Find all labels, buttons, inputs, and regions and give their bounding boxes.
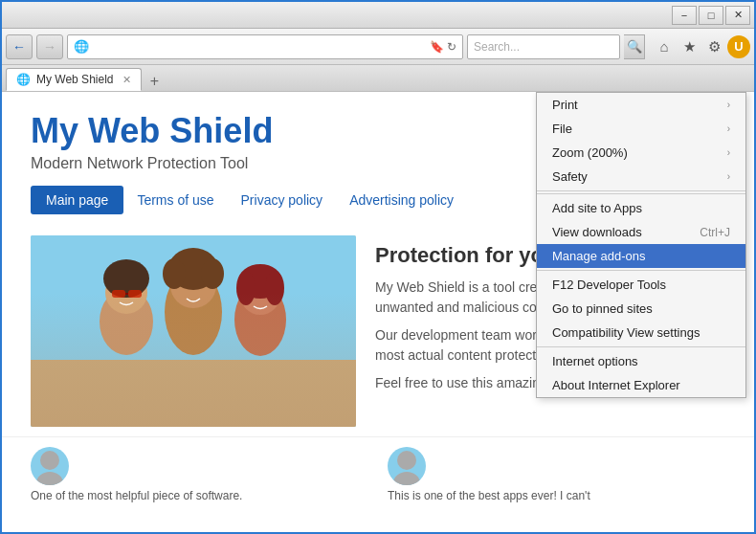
menu-item-go-to-pinned-sites[interactable]: Go to pinned sites: [537, 297, 745, 321]
menu-item-label: Add site to Apps: [552, 201, 642, 215]
browser-window: − □ ✕ ← → 🌐 🔖 ↻ Search... 🔍 ⌂ ★ ⚙ U: [0, 0, 756, 534]
menu-item-add-site-to-apps[interactable]: Add site to Apps: [537, 196, 745, 220]
menu-item-label: File: [552, 122, 572, 136]
forward-button[interactable]: →: [36, 34, 63, 59]
menu-divider-before-inoptions: [537, 346, 745, 347]
menu-item-arrow: ›: [727, 100, 730, 110]
menu-item-label: F12 Developer Tools: [552, 278, 666, 292]
menu-item-label: Internet options: [552, 354, 638, 368]
page-icon: 🌐: [74, 39, 89, 54]
menu-item-print[interactable]: Print›: [537, 93, 745, 117]
main-page-button[interactable]: Main page: [31, 186, 123, 214]
content-area: 🛡 My Web Shield Modern Network Protectio…: [2, 92, 754, 532]
menu-item-label: Print: [552, 98, 578, 112]
svg-rect-5: [112, 290, 125, 298]
search-button[interactable]: 🔍: [624, 34, 645, 59]
minimize-button[interactable]: −: [672, 6, 697, 25]
bookmark-icon[interactable]: 🔖: [430, 40, 444, 54]
menu-item-arrow: ›: [727, 123, 730, 134]
svg-point-17: [265, 271, 284, 305]
menu-item-arrow: ›: [727, 147, 730, 158]
close-button[interactable]: ✕: [725, 6, 750, 25]
search-input[interactable]: Search...: [467, 34, 620, 59]
new-tab-button[interactable]: +: [144, 72, 165, 91]
menu-item-manage-add-ons[interactable]: Manage add-ons: [537, 244, 745, 268]
refresh-icon[interactable]: ↻: [447, 40, 456, 54]
settings-icon[interactable]: ⚙: [702, 35, 725, 58]
menu-item-compatibility-view-settings[interactable]: Compatibility View settings: [537, 321, 745, 345]
menu-item-label: Compatibility View settings: [552, 325, 700, 340]
menu-item-arrow: ›: [727, 171, 730, 182]
svg-point-21: [393, 472, 420, 485]
menu-item-label: View downloads: [552, 225, 642, 239]
menu-item-zoom-(200%)[interactable]: Zoom (200%)›: [537, 141, 745, 165]
svg-rect-1: [31, 360, 356, 427]
menu-item-label: Manage add-ons: [552, 249, 646, 263]
svg-point-12: [201, 258, 224, 289]
menu-divider-7: [537, 270, 745, 271]
menu-item-about-internet-explorer[interactable]: About Internet Explorer: [537, 373, 745, 397]
menu-item-label: Zoom (200%): [552, 145, 628, 160]
site-hero-image: [31, 235, 356, 427]
svg-rect-6: [128, 290, 142, 298]
user-avatar[interactable]: U: [727, 35, 750, 58]
menu-item-shortcut: Ctrl+J: [700, 226, 730, 239]
menu-item-safety[interactable]: Safety›: [537, 165, 745, 189]
testimonial-text-2: This is one of the best apps ever! I can…: [388, 489, 725, 502]
tab-label: My Web Shield: [36, 73, 113, 86]
svg-point-11: [163, 258, 186, 289]
menu-item-internet-options[interactable]: Internet options: [537, 349, 745, 373]
menu-divider-4: [537, 193, 745, 194]
menu-item-f12-developer-tools[interactable]: F12 Developer Tools: [537, 273, 745, 297]
tab-favicon: 🌐: [16, 73, 31, 86]
address-bar[interactable]: 🌐 🔖 ↻: [67, 34, 463, 59]
svg-point-13: [234, 283, 286, 356]
svg-point-20: [397, 451, 416, 470]
svg-point-4: [103, 259, 149, 298]
testimonial-2: This is one of the best apps ever! I can…: [388, 447, 725, 502]
maximize-button[interactable]: □: [699, 6, 723, 25]
svg-point-19: [36, 472, 63, 485]
menu-divider-after-safety: [537, 190, 745, 191]
tab-bar: 🌐 My Web Shield ✕ +: [2, 65, 754, 92]
svg-point-18: [40, 451, 59, 470]
favorites-icon[interactable]: ★: [678, 35, 700, 58]
testimonial-text-1: One of the most helpful piece of softwar…: [31, 489, 368, 502]
terms-link[interactable]: Terms of use: [123, 186, 227, 214]
window-controls: − □ ✕: [672, 6, 750, 25]
testimonial-1: One of the most helpful piece of softwar…: [31, 447, 368, 502]
context-menu[interactable]: Print›File›Zoom (200%)›Safety›Add site t…: [536, 92, 746, 398]
svg-point-2: [100, 288, 153, 355]
title-bar: − □ ✕: [2, 2, 754, 29]
advertising-link[interactable]: Advertising policy: [336, 186, 467, 214]
menu-item-label: About Internet Explorer: [552, 378, 680, 392]
navigation-bar: ← → 🌐 🔖 ↻ Search... 🔍 ⌂ ★ ⚙ U: [2, 29, 754, 65]
menu-item-view-downloads[interactable]: View downloadsCtrl+J: [537, 220, 745, 244]
menu-item-label: Safety: [552, 169, 588, 184]
privacy-link[interactable]: Privacy policy: [228, 186, 337, 214]
toolbar-icons: ⌂ ★ ⚙ U: [653, 35, 750, 58]
back-button[interactable]: ←: [6, 34, 33, 59]
svg-point-16: [236, 271, 256, 305]
tab-close-button[interactable]: ✕: [122, 74, 131, 86]
home-icon[interactable]: ⌂: [653, 35, 676, 58]
tab-mywebshield[interactable]: 🌐 My Web Shield ✕: [6, 68, 142, 91]
menu-item-label: Go to pinned sites: [552, 301, 653, 316]
menu-item-file[interactable]: File›: [537, 117, 745, 141]
search-placeholder: Search...: [474, 40, 520, 54]
testimonials: One of the most helpful piece of softwar…: [2, 436, 754, 512]
address-bar-icons: 🔖 ↻: [430, 40, 456, 54]
